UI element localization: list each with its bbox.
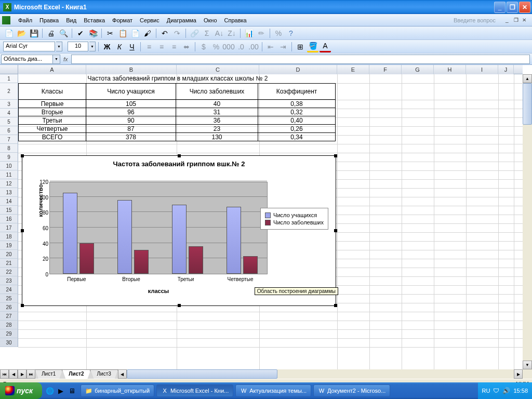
media-icon[interactable]: ▶ [56, 386, 65, 395]
first-sheet-button[interactable]: ⏮ [0, 369, 9, 379]
tray-icon[interactable]: 🛡 [493, 387, 499, 394]
row-header-28[interactable]: 28 [0, 321, 18, 329]
align-center-button[interactable]: ≡ [156, 41, 167, 52]
taskbar-button[interactable]: WАктуализация темы... [235, 384, 311, 397]
row-header-10[interactable]: 10 [0, 162, 18, 170]
help-search-box[interactable]: Введите вопрос [454, 17, 500, 23]
align-left-button[interactable]: ≡ [143, 41, 155, 52]
font-name-dropdown[interactable]: ▼ [56, 42, 62, 51]
menu-help[interactable]: Справка [221, 16, 250, 24]
bar-Вторые-1[interactable] [134, 250, 149, 274]
col-header-A[interactable]: A [18, 65, 86, 74]
redo-button[interactable]: ↷ [171, 28, 183, 39]
col-header-B[interactable]: B [86, 65, 177, 74]
row-header-7[interactable]: 7 [0, 135, 18, 144]
tray-icon[interactable]: 🔊 [502, 387, 510, 394]
taskbar-button[interactable]: XMicrosoft Excel - Кни... [156, 384, 233, 397]
col-header-I[interactable]: I [466, 65, 498, 74]
percent-button[interactable]: % [210, 41, 222, 52]
sheet-tab-Лист1[interactable]: Лист1 [35, 370, 62, 379]
borders-button[interactable]: ⊞ [295, 41, 306, 52]
print-button[interactable]: 🖨 [45, 28, 57, 39]
name-box[interactable]: Область диа... [1, 55, 53, 64]
row-header-6[interactable]: 6 [0, 126, 18, 135]
row-header-5[interactable]: 5 [0, 117, 18, 126]
menu-format[interactable]: Формат [109, 16, 136, 24]
row-header-22[interactable]: 22 [0, 268, 18, 276]
next-sheet-button[interactable]: ▶ [18, 369, 26, 379]
bar-Первые-0[interactable] [63, 193, 77, 274]
row-header-30[interactable]: 30 [0, 338, 18, 347]
row-header-18[interactable]: 18 [0, 232, 18, 241]
row-header-20[interactable]: 20 [0, 250, 18, 259]
comma-button[interactable]: 000 [223, 41, 234, 52]
open-button[interactable]: 📂 [16, 28, 27, 39]
dec-decimal-button[interactable]: .00 [248, 41, 259, 52]
mdi-close-button[interactable]: ✕ [522, 17, 529, 23]
row-header-26[interactable]: 26 [0, 303, 18, 312]
chart-wizard-button[interactable]: 📊 [243, 28, 255, 39]
vertical-scrollbar[interactable]: ▲ ▼ [523, 74, 532, 369]
sheet-tab-Лист2[interactable]: Лист2 [62, 370, 90, 379]
last-sheet-button[interactable]: ⏭ [26, 369, 35, 379]
font-size-box[interactable]: 10 [68, 42, 88, 51]
menu-window[interactable]: Окно [200, 16, 221, 24]
chart-legend[interactable]: Число учащихся Число заболевших [260, 208, 328, 230]
ie-icon[interactable]: 🌐 [45, 386, 55, 395]
underline-button[interactable]: Ч [126, 41, 138, 52]
vscroll-thumb[interactable] [523, 83, 532, 125]
prev-sheet-button[interactable]: ◀ [9, 369, 18, 379]
minimize-button[interactable]: _ [494, 2, 506, 13]
menu-insert[interactable]: Вставка [80, 16, 109, 24]
clock[interactable]: 15:58 [513, 388, 528, 394]
scroll-left-button[interactable]: ◀ [118, 369, 127, 379]
format-painter-button[interactable]: 🖌 [142, 28, 153, 39]
preview-button[interactable]: 🔍 [58, 28, 69, 39]
chart-plot-area[interactable] [49, 182, 268, 274]
close-button[interactable]: ✕ [519, 2, 530, 13]
col-header-H[interactable]: H [434, 65, 466, 74]
menu-file[interactable]: Файл [15, 16, 36, 24]
chart-title[interactable]: Частота заболеваний гриппом вшк.№ 2 [22, 156, 336, 170]
inc-indent-button[interactable]: ⇤ [265, 41, 276, 52]
col-header-D[interactable]: D [259, 65, 337, 74]
row-header-13[interactable]: 13 [0, 188, 18, 197]
menu-view[interactable]: Вид [62, 16, 80, 24]
row-header-23[interactable]: 23 [0, 276, 18, 285]
row-header-9[interactable]: 9 [0, 153, 18, 162]
sheet-tab-Лист3[interactable]: Лист3 [90, 370, 117, 379]
row-header-14[interactable]: 14 [0, 197, 18, 206]
currency-button[interactable]: $ [198, 41, 209, 52]
drawing-button[interactable]: ✏ [256, 28, 267, 39]
zoom-button[interactable]: % [273, 28, 284, 39]
data-table[interactable]: КлассыЧисло учащихсяЧисло заболевшихКоэф… [18, 83, 336, 141]
row-header-16[interactable]: 16 [0, 215, 18, 223]
start-button[interactable]: пуск [0, 382, 42, 399]
row-header-24[interactable]: 24 [0, 285, 18, 294]
row-header-2[interactable]: 2 [0, 83, 18, 100]
font-name-box[interactable]: Arial Cyr [3, 42, 55, 51]
row-header-8[interactable]: 8 [0, 144, 18, 153]
font-size-dropdown[interactable]: ▼ [89, 42, 96, 51]
help-button[interactable]: ? [285, 28, 297, 39]
new-button[interactable]: 📄 [3, 28, 15, 39]
col-header-E[interactable]: E [337, 65, 369, 74]
col-header-J[interactable]: J [498, 65, 514, 74]
desktop-icon[interactable]: 🖥 [67, 386, 76, 395]
menu-chart[interactable]: Диаграмма [163, 16, 200, 24]
horizontal-scrollbar[interactable]: ◀ ▶ [118, 369, 523, 379]
hscroll-thumb[interactable] [127, 369, 277, 379]
sort-desc-button[interactable]: Z↓ [226, 28, 237, 39]
chart-object[interactable]: Частота заболеваний гриппом вшк.№ 2 коли… [22, 155, 336, 306]
bar-Четвертые-1[interactable] [243, 256, 258, 274]
maximize-button[interactable]: ❐ [507, 2, 518, 13]
menu-tools[interactable]: Сервис [136, 16, 163, 24]
col-header-C[interactable]: C [177, 65, 259, 74]
row-header-1[interactable]: 1 [0, 74, 18, 83]
mdi-minimize-button[interactable]: _ [506, 17, 513, 23]
taskbar-button[interactable]: 📁бинарный_открытый [81, 384, 154, 397]
row-header-25[interactable]: 25 [0, 294, 18, 303]
row-header-21[interactable]: 21 [0, 259, 18, 268]
dec-indent-button[interactable]: ⇥ [277, 41, 289, 52]
research-button[interactable]: 📚 [87, 28, 99, 39]
